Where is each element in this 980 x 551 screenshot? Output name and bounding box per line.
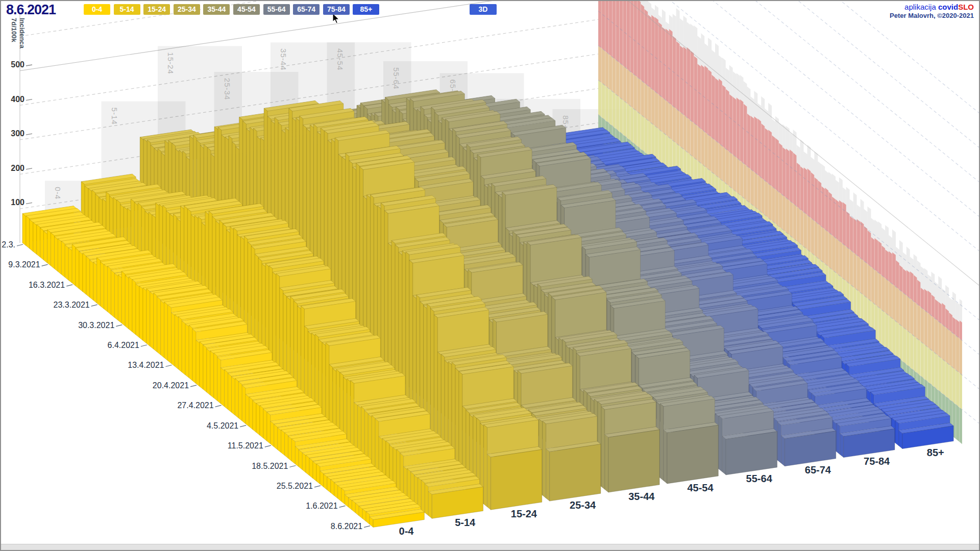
svg-text:15-24: 15-24	[511, 508, 537, 519]
brand-covid: covid	[938, 3, 958, 11]
svg-text:200: 200	[11, 164, 24, 172]
app-window: 8.6.2021 0-45-1415-2425-3435-4445-5455-6…	[0, 0, 980, 551]
svg-text:100: 100	[11, 198, 24, 207]
age-filter-button-55-64[interactable]: 55-64	[263, 4, 290, 15]
mode-3d-button[interactable]: 3D	[470, 4, 497, 15]
horizontal-scrollbar[interactable]	[1, 544, 979, 550]
app-credit-line1: aplikacija covidSLO	[890, 3, 974, 11]
svg-text:4.5.2021: 4.5.2021	[207, 421, 238, 430]
ribbons-group	[22, 90, 953, 528]
svg-text:35-44: 35-44	[628, 491, 655, 502]
svg-text:30.3.2021: 30.3.2021	[78, 321, 114, 330]
svg-text:23.3.2021: 23.3.2021	[54, 300, 90, 309]
svg-text:5-14: 5-14	[455, 517, 476, 528]
current-date-display: 8.6.2021	[6, 2, 56, 18]
age-filter-button-35-44[interactable]: 35-44	[203, 4, 230, 15]
age-filter-button-75-84[interactable]: 75-84	[323, 4, 350, 15]
svg-text:75-84: 75-84	[864, 456, 890, 467]
svg-text:25.5.2021: 25.5.2021	[277, 482, 313, 490]
credit-prefix: aplikacija	[904, 3, 936, 11]
svg-text:35-44: 35-44	[279, 48, 288, 70]
svg-text:16.3.2021: 16.3.2021	[29, 281, 65, 289]
svg-text:85+: 85+	[927, 447, 944, 458]
svg-text:25-34: 25-34	[570, 499, 596, 511]
age-filter-button-25-34[interactable]: 25-34	[174, 4, 200, 15]
svg-text:6.4.2021: 6.4.2021	[108, 341, 139, 349]
svg-text:2.3.: 2.3.	[2, 240, 15, 249]
svg-text:5-14: 5-14	[110, 108, 119, 125]
svg-text:45-54: 45-54	[336, 48, 345, 70]
svg-text:18.5.2021: 18.5.2021	[252, 462, 288, 470]
svg-text:9.3.2021: 9.3.2021	[8, 260, 40, 269]
age-filter-button-65-74[interactable]: 65-74	[293, 4, 320, 15]
svg-text:20.4.2021: 20.4.2021	[153, 381, 189, 390]
svg-text:11.5.2021: 11.5.2021	[228, 441, 263, 450]
svg-text:500: 500	[11, 60, 24, 69]
svg-text:8.6.2021: 8.6.2021	[331, 522, 362, 531]
svg-text:15-24: 15-24	[166, 52, 175, 74]
age-filter-button-0-4[interactable]: 0-4	[84, 4, 110, 15]
svg-text:1.6.2021: 1.6.2021	[306, 502, 337, 510]
credit-author: Peter Malovrh, ©2020-2021	[890, 11, 974, 20]
svg-text:45-54: 45-54	[687, 482, 714, 493]
age-filter-button-5-14[interactable]: 5-14	[114, 4, 140, 15]
svg-text:7d/100k: 7d/100k	[10, 18, 18, 42]
age-filter-button-15-24[interactable]: 15-24	[143, 4, 170, 15]
svg-text:55-64: 55-64	[746, 473, 773, 484]
svg-text:13.4.2021: 13.4.2021	[128, 361, 164, 369]
incidence-3d-chart: 0-45-1415-2425-3435-4445-5455-6465-7475-…	[1, 1, 979, 544]
svg-text:55-64: 55-64	[392, 67, 401, 89]
app-credit: aplikacija covidSLO Peter Malovrh, ©2020…	[890, 3, 974, 20]
age-filter-button-85+[interactable]: 85+	[353, 4, 379, 15]
svg-text:65-74: 65-74	[805, 464, 831, 475]
svg-text:0-4: 0-4	[54, 187, 62, 199]
svg-text:300: 300	[11, 129, 24, 138]
brand-slo: SLO	[958, 3, 974, 11]
age-filter-button-45-54[interactable]: 45-54	[233, 4, 260, 15]
svg-text:25-34: 25-34	[223, 78, 232, 100]
svg-text:0-4: 0-4	[399, 525, 414, 537]
svg-text:27.4.2021: 27.4.2021	[177, 401, 213, 410]
svg-text:400: 400	[11, 95, 24, 104]
svg-text:Incidenca: Incidenca	[18, 18, 26, 49]
